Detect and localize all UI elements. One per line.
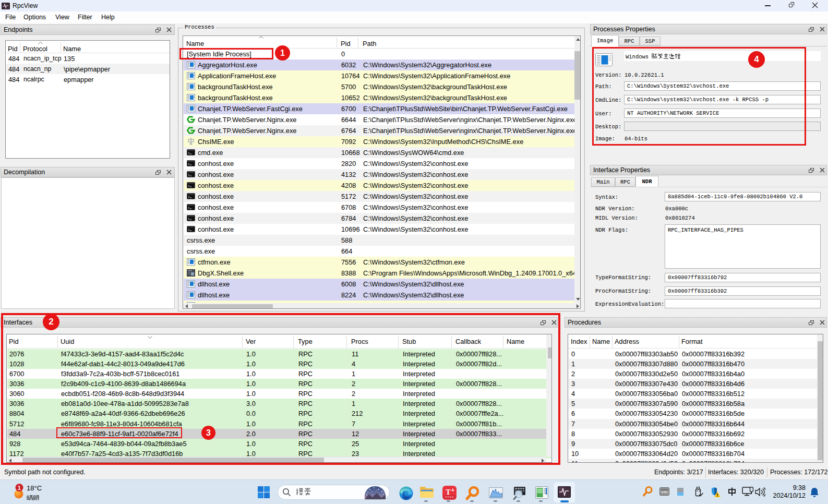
svg-text:vm: vm — [661, 489, 668, 495]
svg-text:1: 1 — [18, 485, 21, 491]
svg-text:T: T — [446, 488, 451, 496]
svg-text:+: + — [451, 487, 454, 493]
